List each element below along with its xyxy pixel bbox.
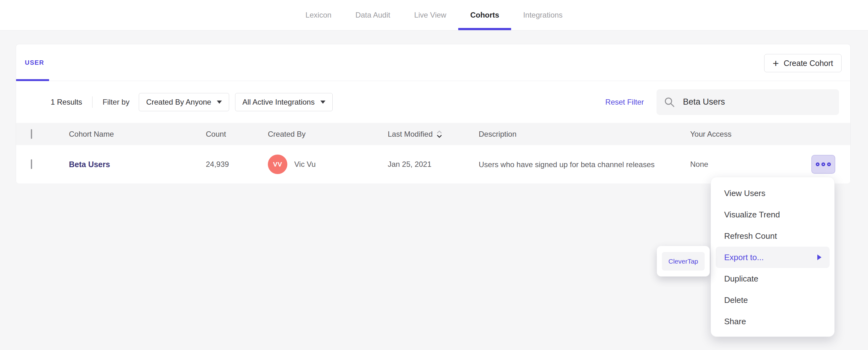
integrations-dropdown-value: All Active Integrations <box>242 98 314 106</box>
created-by-dropdown[interactable]: Created By Anyone <box>139 93 229 111</box>
more-actions-button[interactable] <box>811 155 835 174</box>
created-by-name: Vic Vu <box>294 160 316 169</box>
tab-user-label: USER <box>25 59 44 66</box>
header-your-access[interactable]: Your Access <box>690 130 732 139</box>
create-cohort-button[interactable]: + Create Cohort <box>764 54 842 72</box>
last-modified-date: Jan 25, 2021 <box>388 160 432 169</box>
header-cohort-name[interactable]: Cohort Name <box>69 130 114 139</box>
menu-item-view-users[interactable]: View Users <box>711 182 834 204</box>
ellipsis-icon <box>827 163 831 166</box>
export-submenu: CleverTap <box>657 246 710 277</box>
menu-item-export-to-label: Export to... <box>724 253 764 262</box>
filter-by-label: Filter by <box>102 98 129 106</box>
card-tab-strip: USER + Create Cohort <box>16 44 850 81</box>
ellipsis-icon <box>822 163 825 166</box>
results-count: 1 Results <box>51 98 82 106</box>
header-last-modified-label: Last Modified <box>388 130 433 139</box>
row-context-menu: View Users Visualize Trend Refresh Count… <box>711 177 835 337</box>
menu-item-share[interactable]: Share <box>711 311 834 332</box>
select-all-checkbox[interactable] <box>31 129 32 139</box>
search-input[interactable] <box>683 97 832 107</box>
cohort-count: 24,939 <box>206 160 229 169</box>
sort-icon[interactable] <box>436 130 442 138</box>
header-created-by[interactable]: Created By <box>268 130 306 139</box>
divider <box>92 97 93 108</box>
top-navigation: Lexicon Data Audit Live View Cohorts Int… <box>0 0 868 31</box>
tab-lexicon[interactable]: Lexicon <box>293 0 343 30</box>
tab-cohorts[interactable]: Cohorts <box>458 0 511 30</box>
menu-item-delete[interactable]: Delete <box>711 289 834 311</box>
filter-left-group: 1 Results Filter by Created By Anyone Al… <box>16 93 333 111</box>
menu-item-refresh-count[interactable]: Refresh Count <box>711 225 834 247</box>
header-description[interactable]: Description <box>479 130 517 139</box>
submenu-arrow-icon <box>817 254 822 260</box>
tab-live-view[interactable]: Live View <box>402 0 458 30</box>
filter-right-group: Reset Filter <box>605 89 850 115</box>
avatar: VV <box>268 154 287 174</box>
reset-filter-link[interactable]: Reset Filter <box>605 98 644 106</box>
table-header-row: Cohort Name Count Created By Last Modifi… <box>16 123 850 145</box>
header-last-modified[interactable]: Last Modified <box>388 130 442 139</box>
menu-item-duplicate[interactable]: Duplicate <box>711 268 834 289</box>
menu-item-export-to[interactable]: Export to... <box>716 247 830 268</box>
cohort-description: Users who have signed up for beta channe… <box>479 160 655 169</box>
ellipsis-icon <box>816 163 819 166</box>
header-count[interactable]: Count <box>206 130 226 139</box>
chevron-down-icon <box>217 101 222 104</box>
search-icon <box>664 97 675 107</box>
tab-user[interactable]: USER <box>16 44 44 81</box>
filter-bar: 1 Results Filter by Created By Anyone Al… <box>16 81 850 123</box>
created-by-dropdown-value: Created By Anyone <box>146 98 211 106</box>
row-checkbox[interactable] <box>31 159 32 169</box>
tab-integrations[interactable]: Integrations <box>511 0 575 30</box>
plus-icon: + <box>773 58 779 69</box>
your-access-value: None <box>690 160 708 169</box>
integrations-dropdown[interactable]: All Active Integrations <box>235 93 332 111</box>
search-box[interactable] <box>656 89 839 115</box>
cohorts-card: USER + Create Cohort 1 Results Filter by… <box>16 44 851 183</box>
submenu-item-clevertap[interactable]: CleverTap <box>662 252 705 271</box>
tab-data-audit[interactable]: Data Audit <box>343 0 402 30</box>
menu-item-visualize-trend[interactable]: Visualize Trend <box>711 204 834 225</box>
create-cohort-label: Create Cohort <box>784 59 833 68</box>
chevron-down-icon <box>320 101 326 104</box>
cohort-name-link[interactable]: Beta Users <box>69 160 110 169</box>
